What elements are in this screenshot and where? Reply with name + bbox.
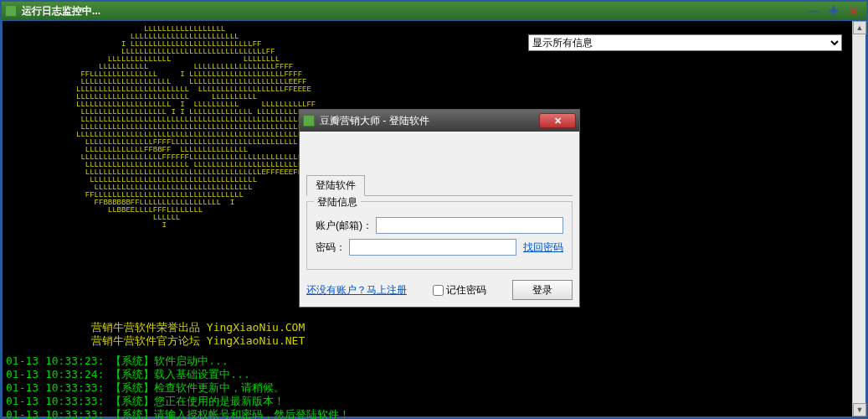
window-title: 运行日志监控中...	[22, 4, 804, 18]
dialog-close-button[interactable]: ✕	[539, 113, 576, 128]
maximize-button[interactable]: ✚	[824, 4, 843, 18]
dialog-titlebar[interactable]: 豆瓣营销大师 - 登陆软件 ✕	[300, 110, 579, 132]
group-legend: 登陆信息	[314, 195, 361, 210]
action-row: 还没有账户？马上注册 记住密码 登录	[306, 280, 573, 300]
log-line: 01-13 10:33:33: 【系统】请输入授权帐号和密码，然后登陆软件！	[6, 408, 350, 419]
account-label: 账户(邮箱)：	[316, 219, 372, 233]
log-line: 01-13 10:33:33: 【系统】您正在使用的是最新版本！	[6, 395, 350, 408]
login-groupbox: 登陆信息 账户(邮箱)： 密码： 找回密码	[306, 201, 573, 270]
account-input[interactable]	[376, 217, 563, 234]
minimize-button[interactable]: —	[804, 4, 823, 18]
dialog-title: 豆瓣营销大师 - 登陆软件	[320, 114, 539, 128]
dialog-app-icon	[303, 115, 315, 127]
credits: 营销牛营软件荣誉出品 YingXiaoNiu.COM 营销牛营软件官方论坛 Yi…	[91, 321, 305, 348]
login-button[interactable]: 登录	[512, 280, 573, 300]
scroll-down-button[interactable]: ▼	[853, 403, 866, 416]
main-titlebar[interactable]: 运行日志监控中... — ✚ ✕	[2, 2, 866, 20]
vertical-scrollbar[interactable]: ▲ ▼	[852, 21, 865, 416]
remember-checkbox[interactable]	[433, 285, 444, 296]
credit-line-1: 营销牛营软件荣誉出品 YingXiaoNiu.COM	[91, 321, 305, 334]
log-line: 01-13 10:33:33: 【系统】检查软件更新中，请稍候。	[6, 381, 350, 395]
password-input[interactable]	[349, 239, 516, 256]
log-lines: 01-13 10:33:23: 【系统】软件启动中... 01-13 10:33…	[6, 354, 350, 419]
remember-checkbox-label[interactable]: 记住密码	[433, 283, 486, 297]
credit-line-2: 营销牛营软件官方论坛 YingXiaoNiu.NET	[91, 334, 305, 348]
remember-label: 记住密码	[446, 283, 486, 297]
password-row: 密码： 找回密码	[316, 239, 563, 256]
tab-row: 登陆软件	[306, 175, 573, 196]
log-line: 01-13 10:33:24: 【系统】载入基础设置中...	[6, 368, 350, 381]
log-line: 01-13 10:33:23: 【系统】软件启动中...	[6, 354, 350, 368]
filter-select[interactable]: 显示所有信息	[528, 34, 842, 51]
scroll-up-button[interactable]: ▲	[853, 21, 866, 34]
window-controls: — ✚ ✕	[804, 4, 863, 18]
account-row: 账户(邮箱)：	[316, 217, 563, 234]
password-label: 密码：	[316, 241, 346, 255]
close-button[interactable]: ✕	[845, 4, 863, 18]
tab-login[interactable]: 登陆软件	[306, 175, 365, 196]
ascii-art: LLLLLLLLLLLLLLLLLL LLLLLLLLLLLLLLLLLLLLL…	[76, 26, 316, 230]
register-link[interactable]: 还没有账户？马上注册	[306, 283, 407, 297]
dialog-body: 登陆软件 登陆信息 账户(邮箱)： 密码： 找回密码 还没有账户？马上注册 记住…	[300, 132, 579, 307]
app-icon	[5, 5, 17, 17]
forgot-password-link[interactable]: 找回密码	[523, 241, 563, 255]
login-dialog: 豆瓣营销大师 - 登陆软件 ✕ 登陆软件 登陆信息 账户(邮箱)： 密码： 找回…	[299, 109, 580, 308]
